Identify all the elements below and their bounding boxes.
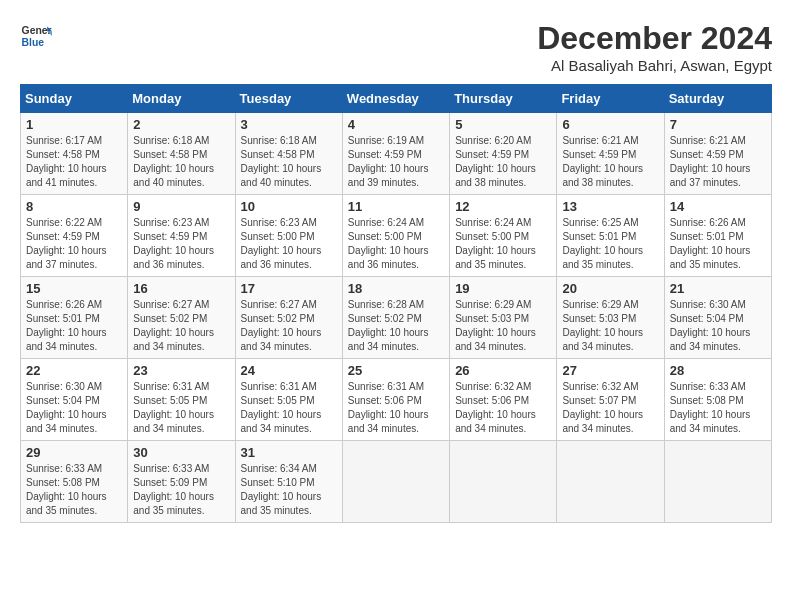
- location-title: Al Basaliyah Bahri, Aswan, Egypt: [537, 57, 772, 74]
- calendar-week-5: 29 Sunrise: 6:33 AM Sunset: 5:08 PM Dayl…: [21, 441, 772, 523]
- day-info: Sunrise: 6:29 AM Sunset: 5:03 PM Dayligh…: [455, 298, 551, 354]
- day-info: Sunrise: 6:27 AM Sunset: 5:02 PM Dayligh…: [241, 298, 337, 354]
- day-number: 12: [455, 199, 551, 214]
- table-row: 14 Sunrise: 6:26 AM Sunset: 5:01 PM Dayl…: [664, 195, 771, 277]
- day-number: 21: [670, 281, 766, 296]
- day-number: 20: [562, 281, 658, 296]
- table-row: 29 Sunrise: 6:33 AM Sunset: 5:08 PM Dayl…: [21, 441, 128, 523]
- day-number: 16: [133, 281, 229, 296]
- calendar-week-3: 15 Sunrise: 6:26 AM Sunset: 5:01 PM Dayl…: [21, 277, 772, 359]
- day-number: 3: [241, 117, 337, 132]
- col-wednesday: Wednesday: [342, 85, 449, 113]
- day-info: Sunrise: 6:18 AM Sunset: 4:58 PM Dayligh…: [133, 134, 229, 190]
- day-number: 4: [348, 117, 444, 132]
- day-number: 18: [348, 281, 444, 296]
- table-row: 10 Sunrise: 6:23 AM Sunset: 5:00 PM Dayl…: [235, 195, 342, 277]
- table-row: 9 Sunrise: 6:23 AM Sunset: 4:59 PM Dayli…: [128, 195, 235, 277]
- day-number: 28: [670, 363, 766, 378]
- day-info: Sunrise: 6:24 AM Sunset: 5:00 PM Dayligh…: [348, 216, 444, 272]
- col-tuesday: Tuesday: [235, 85, 342, 113]
- svg-text:Blue: Blue: [22, 37, 45, 48]
- day-info: Sunrise: 6:23 AM Sunset: 4:59 PM Dayligh…: [133, 216, 229, 272]
- header: General Blue December 2024 Al Basaliyah …: [20, 20, 772, 74]
- day-info: Sunrise: 6:17 AM Sunset: 4:58 PM Dayligh…: [26, 134, 122, 190]
- month-title: December 2024: [537, 20, 772, 57]
- day-info: Sunrise: 6:33 AM Sunset: 5:09 PM Dayligh…: [133, 462, 229, 518]
- day-number: 17: [241, 281, 337, 296]
- table-row: [557, 441, 664, 523]
- day-info: Sunrise: 6:32 AM Sunset: 5:06 PM Dayligh…: [455, 380, 551, 436]
- day-info: Sunrise: 6:27 AM Sunset: 5:02 PM Dayligh…: [133, 298, 229, 354]
- title-area: December 2024 Al Basaliyah Bahri, Aswan,…: [537, 20, 772, 74]
- day-info: Sunrise: 6:26 AM Sunset: 5:01 PM Dayligh…: [670, 216, 766, 272]
- table-row: [450, 441, 557, 523]
- day-number: 15: [26, 281, 122, 296]
- day-info: Sunrise: 6:20 AM Sunset: 4:59 PM Dayligh…: [455, 134, 551, 190]
- day-info: Sunrise: 6:31 AM Sunset: 5:05 PM Dayligh…: [133, 380, 229, 436]
- table-row: 26 Sunrise: 6:32 AM Sunset: 5:06 PM Dayl…: [450, 359, 557, 441]
- col-friday: Friday: [557, 85, 664, 113]
- logo-icon: General Blue: [20, 20, 52, 52]
- day-number: 10: [241, 199, 337, 214]
- day-number: 29: [26, 445, 122, 460]
- table-row: 1 Sunrise: 6:17 AM Sunset: 4:58 PM Dayli…: [21, 113, 128, 195]
- col-sunday: Sunday: [21, 85, 128, 113]
- day-info: Sunrise: 6:34 AM Sunset: 5:10 PM Dayligh…: [241, 462, 337, 518]
- table-row: 11 Sunrise: 6:24 AM Sunset: 5:00 PM Dayl…: [342, 195, 449, 277]
- day-info: Sunrise: 6:33 AM Sunset: 5:08 PM Dayligh…: [670, 380, 766, 436]
- day-number: 19: [455, 281, 551, 296]
- day-info: Sunrise: 6:32 AM Sunset: 5:07 PM Dayligh…: [562, 380, 658, 436]
- day-number: 5: [455, 117, 551, 132]
- day-number: 11: [348, 199, 444, 214]
- day-number: 14: [670, 199, 766, 214]
- table-row: 20 Sunrise: 6:29 AM Sunset: 5:03 PM Dayl…: [557, 277, 664, 359]
- day-number: 1: [26, 117, 122, 132]
- day-info: Sunrise: 6:26 AM Sunset: 5:01 PM Dayligh…: [26, 298, 122, 354]
- day-number: 23: [133, 363, 229, 378]
- table-row: 17 Sunrise: 6:27 AM Sunset: 5:02 PM Dayl…: [235, 277, 342, 359]
- calendar-week-2: 8 Sunrise: 6:22 AM Sunset: 4:59 PM Dayli…: [21, 195, 772, 277]
- day-number: 24: [241, 363, 337, 378]
- col-monday: Monday: [128, 85, 235, 113]
- day-number: 22: [26, 363, 122, 378]
- table-row: [664, 441, 771, 523]
- day-number: 2: [133, 117, 229, 132]
- calendar-week-1: 1 Sunrise: 6:17 AM Sunset: 4:58 PM Dayli…: [21, 113, 772, 195]
- day-info: Sunrise: 6:23 AM Sunset: 5:00 PM Dayligh…: [241, 216, 337, 272]
- day-info: Sunrise: 6:18 AM Sunset: 4:58 PM Dayligh…: [241, 134, 337, 190]
- table-row: 30 Sunrise: 6:33 AM Sunset: 5:09 PM Dayl…: [128, 441, 235, 523]
- col-saturday: Saturday: [664, 85, 771, 113]
- day-number: 25: [348, 363, 444, 378]
- day-info: Sunrise: 6:24 AM Sunset: 5:00 PM Dayligh…: [455, 216, 551, 272]
- col-thursday: Thursday: [450, 85, 557, 113]
- table-row: 3 Sunrise: 6:18 AM Sunset: 4:58 PM Dayli…: [235, 113, 342, 195]
- day-number: 27: [562, 363, 658, 378]
- table-row: 22 Sunrise: 6:30 AM Sunset: 5:04 PM Dayl…: [21, 359, 128, 441]
- day-info: Sunrise: 6:31 AM Sunset: 5:05 PM Dayligh…: [241, 380, 337, 436]
- header-row: Sunday Monday Tuesday Wednesday Thursday…: [21, 85, 772, 113]
- table-row: 24 Sunrise: 6:31 AM Sunset: 5:05 PM Dayl…: [235, 359, 342, 441]
- table-row: 12 Sunrise: 6:24 AM Sunset: 5:00 PM Dayl…: [450, 195, 557, 277]
- logo: General Blue: [20, 20, 52, 52]
- day-info: Sunrise: 6:30 AM Sunset: 5:04 PM Dayligh…: [670, 298, 766, 354]
- table-row: 15 Sunrise: 6:26 AM Sunset: 5:01 PM Dayl…: [21, 277, 128, 359]
- table-row: 25 Sunrise: 6:31 AM Sunset: 5:06 PM Dayl…: [342, 359, 449, 441]
- day-info: Sunrise: 6:22 AM Sunset: 4:59 PM Dayligh…: [26, 216, 122, 272]
- table-row: 4 Sunrise: 6:19 AM Sunset: 4:59 PM Dayli…: [342, 113, 449, 195]
- day-number: 9: [133, 199, 229, 214]
- day-info: Sunrise: 6:29 AM Sunset: 5:03 PM Dayligh…: [562, 298, 658, 354]
- day-info: Sunrise: 6:31 AM Sunset: 5:06 PM Dayligh…: [348, 380, 444, 436]
- calendar-week-4: 22 Sunrise: 6:30 AM Sunset: 5:04 PM Dayl…: [21, 359, 772, 441]
- table-row: 13 Sunrise: 6:25 AM Sunset: 5:01 PM Dayl…: [557, 195, 664, 277]
- day-number: 6: [562, 117, 658, 132]
- day-info: Sunrise: 6:33 AM Sunset: 5:08 PM Dayligh…: [26, 462, 122, 518]
- table-row: 19 Sunrise: 6:29 AM Sunset: 5:03 PM Dayl…: [450, 277, 557, 359]
- table-row: 2 Sunrise: 6:18 AM Sunset: 4:58 PM Dayli…: [128, 113, 235, 195]
- table-row: [342, 441, 449, 523]
- table-row: 7 Sunrise: 6:21 AM Sunset: 4:59 PM Dayli…: [664, 113, 771, 195]
- table-row: 31 Sunrise: 6:34 AM Sunset: 5:10 PM Dayl…: [235, 441, 342, 523]
- day-number: 8: [26, 199, 122, 214]
- day-number: 7: [670, 117, 766, 132]
- day-info: Sunrise: 6:21 AM Sunset: 4:59 PM Dayligh…: [562, 134, 658, 190]
- day-info: Sunrise: 6:30 AM Sunset: 5:04 PM Dayligh…: [26, 380, 122, 436]
